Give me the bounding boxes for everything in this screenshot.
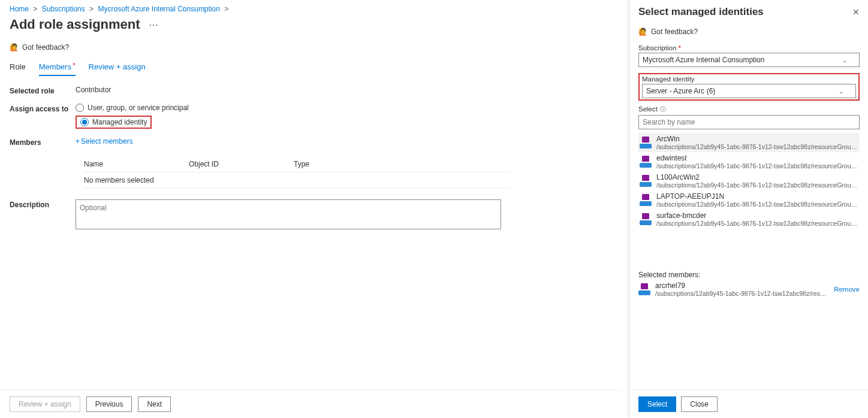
members-table: Name Object ID Type No members selected [84,156,510,189]
footer-bar: Review + assign Previous Next [0,390,620,418]
tabs: Role Members * Review + assign [10,62,611,76]
person-feedback-icon: 🙋 [10,43,19,52]
row-description: Description [10,199,611,229]
required-indicator: * [71,62,76,69]
identity-item[interactable]: L100ArcWin2/subscriptions/12ab9y45-1abc-… [638,171,860,190]
radio-managed-label: Managed identity [92,118,147,126]
panel-feedback-label: Got feedback? [651,28,698,36]
description-label: Description [10,199,76,229]
panel-header: Select managed identities ✕ [630,0,868,22]
server-icon [640,194,652,206]
next-button[interactable]: Next [138,396,171,412]
identity-path: /subscriptions/12ab9y45-1abc-9876-1v12-t… [656,143,858,150]
subscription-label: Subscription * [638,44,860,52]
page-title-row: Add role assignment ⋯ [10,17,611,32]
selected-members-section: Selected members: arcrhel79 /subscriptio… [638,271,860,297]
breadcrumb-sep: > [222,5,231,13]
panel-feedback-link[interactable]: 🙋 Got feedback? [638,28,860,36]
breadcrumb: Home > Subscriptions > Mycrosoft Azure I… [10,5,611,13]
col-type: Type [294,160,510,168]
select-members-label: Select members [81,137,133,146]
members-empty: No members selected [84,172,510,189]
col-object-id: Object ID [189,160,294,168]
page-title: Add role assignment [10,17,140,32]
previous-button[interactable]: Previous [86,396,132,412]
radio-user-label: User, group, or service principal [88,104,189,112]
review-assign-button[interactable]: Review + assign [10,396,80,412]
identity-path: /subscriptions/12ab9y45-1abc-9876-1v12-t… [656,220,858,227]
description-input[interactable] [76,199,501,229]
search-input[interactable] [638,115,860,129]
selected-role-label: Selected role [10,86,76,95]
select-members-link[interactable]: +Select members [76,137,133,146]
identity-name: edwintest [656,154,858,162]
members-table-header: Name Object ID Type [84,156,510,172]
select-managed-identities-panel: Select managed identities ✕ 🙋 Got feedba… [629,0,868,418]
managed-identity-value: Server - Azure Arc (6) [646,87,715,95]
close-button[interactable]: Close [681,396,718,412]
highlight-managed-identity-dropdown: Managed identity Server - Azure Arc (6) … [638,73,860,101]
selected-members-label: Selected members: [638,271,860,279]
identity-path: /subscriptions/12ab9y45-1abc-9876-1v12-t… [656,162,858,169]
tab-members[interactable]: Members * [39,62,76,76]
panel-body: 🙋 Got feedback? Subscription * Mycrosoft… [630,22,868,390]
breadcrumb-sep: > [87,5,96,13]
identity-name: L100ArcWin2 [656,173,858,181]
remove-link[interactable]: Remove [834,286,860,293]
chevron-down-icon: ⌄ [839,88,843,95]
info-icon[interactable]: ⓘ [660,106,666,113]
panel-footer: Select Close [630,390,868,418]
breadcrumb-home[interactable]: Home [10,5,29,13]
identity-path: /subscriptions/12ab9y45-1abc-9876-1v12-t… [656,201,858,208]
radio-managed-identity[interactable]: Managed identity [80,118,147,126]
identity-name: ArcWin [656,135,858,143]
feedback-link[interactable]: 🙋 Got feedback? [10,43,611,52]
server-icon [640,175,652,187]
server-icon [640,156,652,168]
radio-user-group[interactable]: User, group, or service principal [76,104,611,112]
selected-member-name: arcrhel79 [655,281,829,290]
identity-item[interactable]: edwintest/subscriptions/12ab9y45-1abc-98… [638,152,860,171]
row-members: Members +Select members [10,137,611,147]
server-icon [640,213,652,225]
identity-item[interactable]: LAPTOP-AEEUPJ1N/subscriptions/12ab9y45-1… [638,190,860,210]
col-name: Name [84,160,189,168]
selected-member-item: arcrhel79 /subscriptions/12ab9y45-1abc-9… [638,281,860,297]
identity-path: /subscriptions/12ab9y45-1abc-9876-1v12-t… [656,181,858,189]
panel-title: Select managed identities [638,6,764,18]
selected-role-value: Contributor [76,86,611,95]
identity-item[interactable]: surface-bmcder/subscriptions/12ab9y45-1a… [638,210,860,229]
selected-member-path: /subscriptions/12ab9y45-1abc-9876-1v12-t… [655,290,829,297]
breadcrumb-sep: > [31,5,40,13]
server-icon [640,137,652,149]
managed-identity-dropdown[interactable]: Server - Azure Arc (6) ⌄ [642,84,856,98]
close-icon[interactable]: ✕ [852,7,860,17]
chevron-down-icon: ⌄ [842,57,847,63]
managed-identity-label: Managed identity [642,75,856,83]
radio-icon [80,118,89,126]
server-icon [638,283,650,295]
select-label: Selectⓘ [638,105,860,114]
select-button[interactable]: Select [638,396,676,412]
more-actions-icon[interactable]: ⋯ [149,19,158,31]
main-content: Home > Subscriptions > Mycrosoft Azure I… [0,0,620,418]
radio-icon [76,104,84,112]
identity-item[interactable]: ArcWin/subscriptions/12ab9y45-1abc-9876-… [638,133,860,152]
tab-members-label: Members [39,62,71,71]
subscription-value: Mycrosoft Azure Internal Consumption [643,56,764,64]
assign-access-label: Assign access to [10,104,76,129]
subscription-dropdown[interactable]: Mycrosoft Azure Internal Consumption ⌄ [638,53,860,67]
plus-icon: + [76,137,80,146]
tab-role[interactable]: Role [10,62,26,76]
row-assign-access: Assign access to User, group, or service… [10,104,611,129]
members-label: Members [10,137,76,147]
breadcrumb-subscription-name[interactable]: Mycrosoft Azure Internal Consumption [98,5,219,13]
identity-name: surface-bmcder [656,211,858,220]
identity-name: LAPTOP-AEEUPJ1N [656,192,858,201]
highlight-managed-identity: Managed identity [76,116,152,129]
breadcrumb-subscriptions[interactable]: Subscriptions [42,5,85,13]
feedback-label: Got feedback? [22,43,69,52]
person-feedback-icon: 🙋 [638,28,647,36]
row-selected-role: Selected role Contributor [10,86,611,95]
tab-review[interactable]: Review + assign [89,62,146,76]
